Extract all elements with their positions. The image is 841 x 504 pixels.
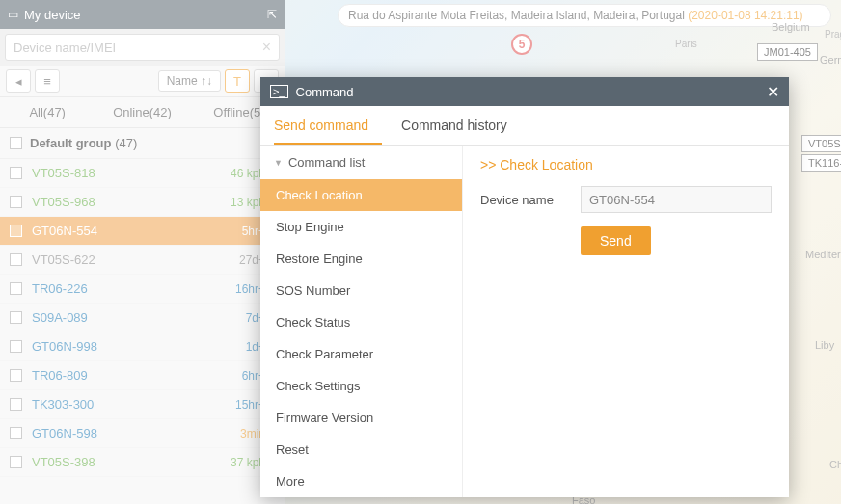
command-item[interactable]: SOS Number [260,275,462,306]
tab-send-command[interactable]: Send command [274,106,382,145]
modal-title: Command [296,85,354,99]
command-detail-title: >> Check Location [480,155,772,186]
command-item[interactable]: Restore Engine [260,243,462,275]
modal-tabs: Send command Command history [260,106,789,146]
device-name-field[interactable] [581,186,772,213]
command-item[interactable]: Reset [260,434,462,465]
device-name-label: Device name [480,193,567,207]
command-list-header[interactable]: ▼ Command list [260,146,462,179]
command-list-panel: ▼ Command list Check LocationStop Engine… [260,146,463,497]
tab-command-history[interactable]: Command history [401,106,521,145]
command-list-label: Command list [288,155,365,170]
modal-header: >_ Command ✕ [260,77,789,106]
command-item[interactable]: Check Status [260,306,462,338]
command-item[interactable]: Stop Engine [260,211,462,243]
command-item[interactable]: Check Parameter [260,338,462,370]
command-item[interactable]: Check Settings [260,370,462,402]
modal-body: ▼ Command list Check LocationStop Engine… [260,146,789,497]
command-detail-panel: >> Check Location Device name Send [463,146,789,497]
device-name-row: Device name [480,186,772,213]
send-button[interactable]: Send [581,226,651,255]
command-modal: >_ Command ✕ Send command Command histor… [260,77,789,497]
chevron-down-icon: ▼ [274,158,283,168]
command-item[interactable]: Firmware Version [260,402,462,434]
command-item[interactable]: More [260,465,462,497]
command-item[interactable]: Check Location [260,179,462,211]
close-icon[interactable]: ✕ [767,83,779,101]
terminal-icon: >_ [270,85,288,98]
